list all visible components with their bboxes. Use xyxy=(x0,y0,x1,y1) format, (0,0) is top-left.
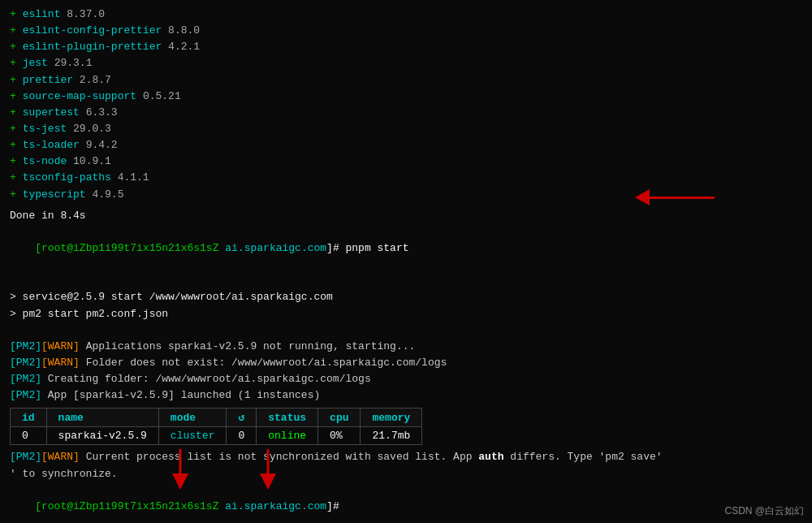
list-item: + eslint-plugin-prettier 4.2.1 xyxy=(10,39,802,55)
list-item: + eslint 8.37.0 xyxy=(10,6,802,23)
cell-id: 0 xyxy=(11,427,47,445)
arrow-annotation-down-1 xyxy=(171,449,190,490)
table-row: 0 sparkai-v2.5.9 cluster 0 online 0% 21.… xyxy=(11,427,422,445)
pm2-info-2: [PM2] App [sparkai-v2.5.9] launched (1 i… xyxy=(10,387,802,404)
arrowhead-right xyxy=(635,189,650,205)
cell-mode: cluster xyxy=(158,427,227,445)
cell-name: sparkai-v2.5.9 xyxy=(46,427,158,445)
cell-restarts: 0 xyxy=(227,427,257,445)
list-item: + tsconfig-paths 4.1.1 xyxy=(10,170,802,186)
service-line: > service@2.5.9 start /www/wwwroot/ai.sp… xyxy=(10,289,802,305)
package-list: + eslint 8.37.0 + eslint-config-prettier… xyxy=(10,6,802,203)
arrow-annotation-down-2 xyxy=(258,449,278,490)
empty-line-2 xyxy=(10,322,802,339)
list-item: + eslint-config-prettier 8.8.0 xyxy=(10,23,802,39)
col-name: name xyxy=(46,408,158,427)
col-mode: mode xyxy=(158,408,227,427)
cell-cpu: 0% xyxy=(318,427,361,445)
empty-line xyxy=(10,273,802,289)
pm2-info-1: [PM2] Creating folder: /www/wwwroot/ai.s… xyxy=(10,371,802,387)
col-id: id xyxy=(11,408,47,427)
watermark: CSDN @白云如幻 xyxy=(724,504,804,518)
pm2-sync-warn-2: ' to synchronize. xyxy=(10,466,802,482)
arrow-annotation-right xyxy=(637,189,715,205)
terminal: + eslint 8.37.0 + eslint-config-prettier… xyxy=(0,0,812,523)
list-item: + ts-node 10.9.1 xyxy=(10,153,802,170)
pm2-start-line: > pm2 start pm2.conf.json xyxy=(10,306,802,322)
list-item: + jest 29.3.1 xyxy=(10,55,802,71)
prompt-line-2: [root@iZbp1i99t7ix15n21x6s1sZ ai.sparkai… xyxy=(10,482,802,523)
col-cpu: cpu xyxy=(318,408,361,427)
arrow-shaft-right xyxy=(650,197,715,199)
col-status: status xyxy=(257,408,318,427)
pm2-warn-2: [PM2][WARN] Folder does not exist: /www/… xyxy=(10,355,802,371)
pm2-warn-1: [PM2][WARN] Applications sparkai-v2.5.9 … xyxy=(10,339,802,355)
prompt-line-1: [root@iZbp1i99t7ix15n21x6s1sZ ai.sparkai… xyxy=(10,224,802,273)
cell-memory: 21.7mb xyxy=(361,427,422,445)
list-item: + ts-loader 9.4.2 xyxy=(10,137,802,153)
cell-status: online xyxy=(257,427,318,445)
list-item: + source-map-support 0.5.21 xyxy=(10,89,802,105)
list-item: + prettier 2.8.7 xyxy=(10,72,802,89)
svg-marker-1 xyxy=(172,473,188,490)
done-line: Done in 8.4s xyxy=(10,208,802,224)
col-memory: memory xyxy=(361,408,422,427)
process-table: id name mode ↺ status cpu memory 0 spark… xyxy=(10,408,422,445)
list-item: + ts-jest 29.0.3 xyxy=(10,121,802,137)
pm2-process-table: id name mode ↺ status cpu memory 0 spark… xyxy=(10,408,802,445)
svg-marker-3 xyxy=(260,473,276,490)
col-restarts: ↺ xyxy=(227,408,257,427)
pm2-sync-warn-1: [PM2][WARN] Current process list is not … xyxy=(10,449,802,465)
list-item: + supertest 6.3.3 xyxy=(10,105,802,121)
